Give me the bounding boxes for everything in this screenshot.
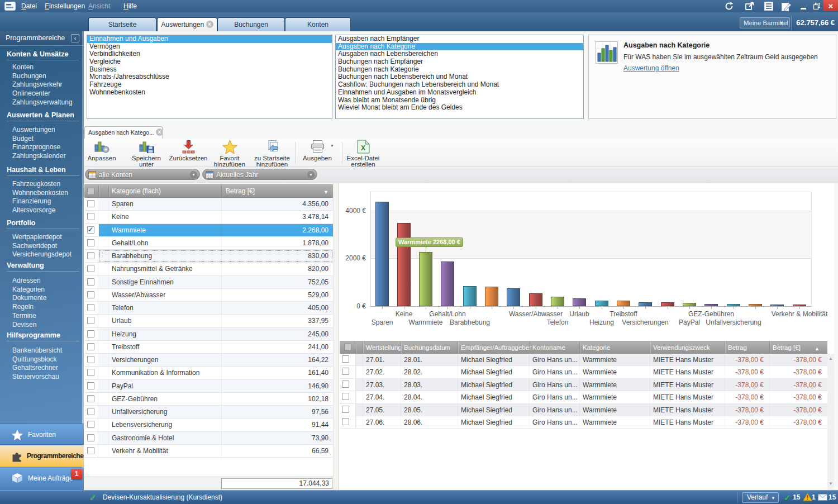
tab-auswertungen[interactable]: Auswertungen × xyxy=(157,17,217,31)
sidebar-item-altersvorsorge[interactable]: Altersvorsorge xyxy=(12,206,83,215)
bar-barabhebung[interactable] xyxy=(463,286,477,306)
sidebar-item-buchungen[interactable]: Buchungen xyxy=(12,72,83,81)
bar-gez-geb-hren[interactable] xyxy=(704,304,718,306)
report-item-wieviel-monat-bleibt-am-ende-des-geldes[interactable]: Wieviel Monat bleibt am Ende des Geldes xyxy=(336,104,583,112)
filter-alle-konten[interactable]: alle Konten▼ xyxy=(85,169,200,180)
bar-lebensversicherung[interactable] xyxy=(749,304,762,306)
report-item-ausgaben-nach-empf-nger[interactable]: Ausgaben nach Empfänger xyxy=(336,35,583,43)
row-checkbox[interactable] xyxy=(87,421,94,428)
category-row-wasser-abwasser[interactable]: Wasser/Abwasser529,00 xyxy=(84,289,333,302)
group-item-wohnnebenkosten[interactable]: Wohnnebenkosten xyxy=(87,89,332,97)
toolbar-ausgeben[interactable]: ▼Ausgeben xyxy=(294,140,341,161)
minimize-button[interactable] xyxy=(797,1,810,12)
bar-nahrungsmittel-getr-nke[interactable] xyxy=(485,287,498,306)
transaction-row[interactable]: 27.06.28.06.Michael SiegfriedGiro Hans u… xyxy=(340,416,827,429)
transaction-row[interactable]: 27.05.28.05.Michael SiegfriedGiro Hans u… xyxy=(340,404,827,416)
sidebar-footer-programmbereiche[interactable]: Programmbereiche xyxy=(0,445,84,467)
row-checkbox[interactable] xyxy=(342,393,349,400)
sidebar-item-finanzierung[interactable]: Finanzierung xyxy=(12,197,83,206)
toolbar-favorit-hinzuf-gen[interactable]: Favorithinzufügen xyxy=(206,140,253,167)
report-item-was-bleibt-am-monatsende-brig[interactable]: Was bleibt am Monatsende übrig xyxy=(336,97,583,104)
category-row-gez-geb-hren[interactable]: GEZ-Gebühren102,18 xyxy=(84,393,333,406)
category-row-treibstoff[interactable]: Treibstoff241,00 xyxy=(84,341,333,354)
tx-column-buchungsdatum[interactable]: Buchungsdatum xyxy=(404,344,450,351)
row-checkbox[interactable] xyxy=(87,369,94,376)
sidebar-item-zahlungsverwaltung[interactable]: Zahlungsverwaltung xyxy=(12,98,83,107)
row-checkbox[interactable] xyxy=(87,265,94,272)
row-checkbox[interactable] xyxy=(87,434,94,441)
group-item-vergleiche[interactable]: Vergleiche xyxy=(87,58,332,66)
category-row-gastronomie-hotel[interactable]: Gastronomie & Hotel73,90 xyxy=(84,432,333,445)
sidebar-item-zahlungskalender[interactable]: Zahlungskalender xyxy=(12,152,83,161)
row-checkbox[interactable] xyxy=(342,381,349,388)
category-row-sonstige-einnahmen[interactable]: Sonstige Einnahmen752,05 xyxy=(84,276,333,289)
sidebar-item-fahrzeugkosten[interactable]: Fahrzeugkosten xyxy=(12,180,83,189)
panel-splitter[interactable] xyxy=(334,183,339,490)
menu-datei[interactable]: Datei xyxy=(17,0,41,12)
bar-sonstige-einnahmen[interactable] xyxy=(507,288,520,306)
toolbar-zur-cksetzen[interactable]: Zurücksetzen xyxy=(165,140,212,161)
bar-warmmiete[interactable] xyxy=(419,252,432,306)
category-row-verkehr-mobilit-t[interactable]: Verkehr & Mobilität66,59 xyxy=(84,445,333,458)
bar-unfallversicherung[interactable] xyxy=(727,304,740,306)
sidebar-item-steuervorschau[interactable]: Steuervorschau xyxy=(12,373,83,382)
category-row-versicherungen[interactable]: Versicherungen164,22 xyxy=(84,354,333,367)
row-checkbox[interactable] xyxy=(87,356,94,363)
sidebar-item-wohnnebenkosten[interactable]: Wohnnebenkosten xyxy=(12,189,83,198)
tx-column-wertstellung[interactable]: Wertstellung xyxy=(366,344,402,351)
transaction-row[interactable]: 27.03.28.03.Michael SiegfriedGiro Hans u… xyxy=(340,379,827,391)
column-header-betrag[interactable]: Betrag [€] xyxy=(226,187,255,195)
toolbar-zu-startseite-hinzuf-gen[interactable]: zu Startseitehinzufügen xyxy=(249,140,296,167)
edit-icon[interactable] xyxy=(780,1,793,12)
row-checkbox[interactable] xyxy=(87,330,94,337)
history-button[interactable]: Verlauf▼ xyxy=(742,492,779,503)
report-tab-close-icon[interactable]: × xyxy=(156,129,163,136)
sidebar-item-konten[interactable]: Konten xyxy=(12,63,83,72)
bar-wasser-abwasser[interactable] xyxy=(529,293,542,306)
sidebar-item-sachwertdepot[interactable]: Sachwertdepot xyxy=(12,242,83,251)
category-row-sparen[interactable]: Sparen4.356,00 xyxy=(84,198,333,211)
menu-einstellungen[interactable]: Einstellungen xyxy=(40,0,89,12)
sidebar-item-devisen[interactable]: Devisen xyxy=(12,321,83,330)
row-checkbox[interactable] xyxy=(87,343,94,350)
sidebar-item-banken-bersicht[interactable]: Bankenübersicht xyxy=(12,346,83,355)
bar-paypal[interactable] xyxy=(683,303,696,306)
bar-telefon[interactable] xyxy=(551,297,564,306)
report-item-ausgaben-nach-lebensbereichen[interactable]: Ausgaben nach Lebensbereichen xyxy=(336,50,583,58)
group-item-monats-jahresabschl-sse[interactable]: Monats-/Jahresabschlüsse xyxy=(87,73,332,81)
group-item-verbindlichkeiten[interactable]: Verbindlichkeiten xyxy=(87,50,332,58)
report-tab[interactable]: Ausgaben nach Katego... × xyxy=(84,126,163,139)
group-item-fahrzeuge[interactable]: Fahrzeuge xyxy=(87,81,332,89)
category-row-urlaub[interactable]: Urlaub337,95 xyxy=(84,315,333,328)
sidebar-item-versicherungsdepot[interactable]: Versicherungsdepot xyxy=(12,250,83,259)
row-checkbox[interactable] xyxy=(87,304,94,311)
sidebar-item-termine[interactable]: Termine xyxy=(12,312,83,321)
tab-close-icon[interactable]: × xyxy=(206,21,213,28)
sidebar-footer-meine-auftr-ge[interactable]: Meine Aufträge1 xyxy=(0,468,84,490)
tx-column-kategorie[interactable]: Kategorie xyxy=(583,344,610,351)
report-item-buchungen-nach-lebensbereich-und-monat[interactable]: Buchungen nach Lebensbereich und Monat xyxy=(336,73,583,81)
bar-versicherungen[interactable] xyxy=(639,302,652,306)
tx-column-betrag[interactable]: Betrag [€] xyxy=(773,344,801,351)
bar-gastronomie-hotel[interactable] xyxy=(770,305,784,306)
toolbar-anpassen[interactable]: Anpassen xyxy=(78,140,125,161)
menu-hilfe[interactable]: Hilfe xyxy=(119,0,141,12)
category-row-barabhebung[interactable]: Barabhebung830,00 xyxy=(84,250,333,263)
balance-selector[interactable]: Meine Barmittel▼ xyxy=(740,17,790,28)
toolbar-speichern-unter[interactable]: Speichernunter xyxy=(123,140,170,167)
menu-ansicht[interactable]: Ansicht xyxy=(84,0,115,12)
column-header-kategorie[interactable]: Kategorie (flach) xyxy=(112,187,161,195)
sidebar-item-gehaltsrechner[interactable]: Gehaltsrechner xyxy=(12,364,83,373)
category-row-heizung[interactable]: Heizung245,00 xyxy=(84,328,333,341)
category-row-kommunikation-information[interactable]: Kommunikation & Information161,40 xyxy=(84,367,333,380)
category-row-warmmiete[interactable]: Warmmiete2.268,00 xyxy=(84,224,333,237)
transactions-scrollbar[interactable] xyxy=(827,354,834,490)
bar-sparen[interactable] xyxy=(375,202,389,306)
category-row-lebensversicherung[interactable]: Lebensversicherung91,44 xyxy=(84,419,333,432)
tab-konten[interactable]: Konten xyxy=(285,17,351,31)
sidebar-item-quittungsblock[interactable]: Quittungsblock xyxy=(12,355,83,364)
sidebar-item-kategorien[interactable]: Kategorien xyxy=(12,286,83,294)
row-checkbox[interactable] xyxy=(87,278,94,286)
row-checkbox[interactable] xyxy=(87,395,94,402)
filter-aktuelles-jahr[interactable]: Aktuelles Jahr▼ xyxy=(202,169,317,180)
